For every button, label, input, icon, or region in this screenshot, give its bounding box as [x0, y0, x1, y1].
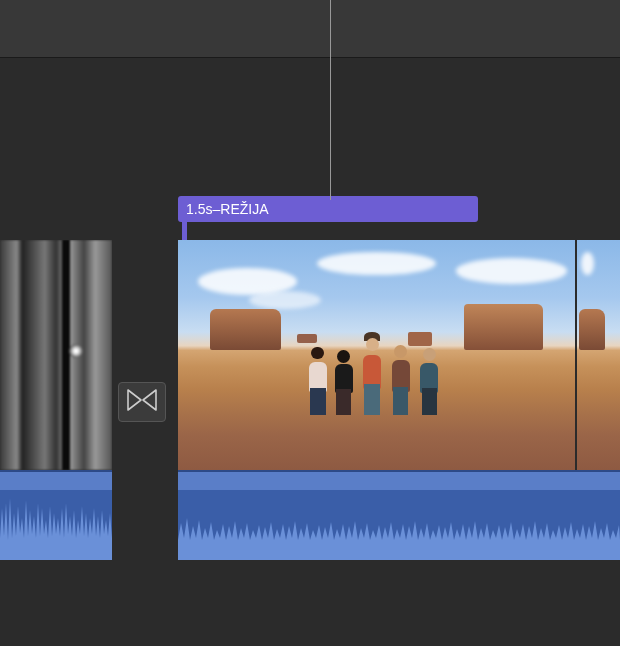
title-clip[interactable]: 1.5s – REŽIJA — [178, 196, 478, 222]
title-clip-separator: – — [212, 201, 220, 217]
title-clip-name: REŽIJA — [220, 201, 268, 217]
title-clip-duration: 1.5s — [186, 201, 212, 217]
timeline[interactable]: 1.5s – REŽIJA — [0, 120, 620, 646]
title-clip-connector — [182, 222, 187, 240]
video-clip[interactable] — [178, 240, 575, 470]
video-clip[interactable] — [577, 240, 620, 470]
audio-waveform — [178, 488, 620, 560]
clip-thumbnail — [577, 240, 620, 470]
timeline-header-bar — [0, 0, 620, 58]
annotation-callout-line — [330, 0, 331, 200]
crossfade-icon — [127, 388, 157, 416]
clip-thumbnail — [178, 240, 575, 470]
clip-thumbnail — [0, 240, 112, 470]
audio-waveform — [0, 488, 112, 560]
transition[interactable] — [118, 382, 166, 422]
audio-clip[interactable] — [178, 470, 620, 560]
audio-clip[interactable] — [0, 470, 112, 560]
video-clip[interactable] — [0, 240, 112, 470]
